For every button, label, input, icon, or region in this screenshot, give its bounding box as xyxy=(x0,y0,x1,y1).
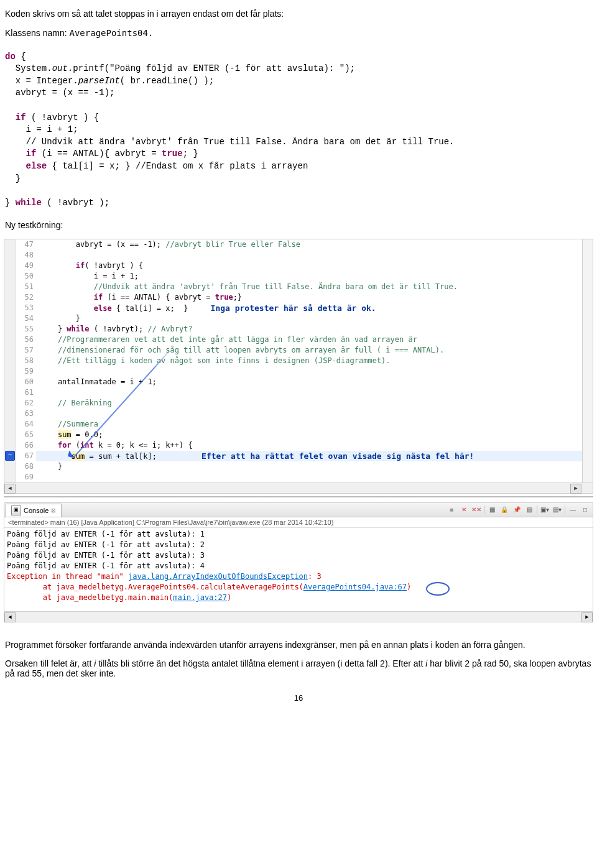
exception-prefix: Exception in thread "main" xyxy=(7,572,128,581)
line-number: 60 xyxy=(16,377,34,387)
display-console-icon[interactable]: ▤ xyxy=(524,505,534,515)
trace-tail: ) xyxy=(227,593,231,602)
klass-name: AveragePoints04. xyxy=(70,28,154,38)
editor-vertical-scrollbar[interactable] xyxy=(582,239,593,482)
console-stacktrace: at java_medelbetyg.main.main(main.java:2… xyxy=(7,593,590,603)
exception-tail: : 3 xyxy=(308,572,322,581)
console-tab[interactable]: ▣ Console ⊠ xyxy=(6,504,62,517)
line-number: 47 xyxy=(16,239,34,250)
callout-error: Efter att ha rättat felet ovan visade si… xyxy=(201,451,474,461)
console-pane: ▣ Console ⊠ ■ ✕ ✕✕ ▦ 🔒 📌 ▤ ▣▾ ▤▾ — □ <te… xyxy=(4,502,593,622)
code-editor-pane: 47 48 49 50 51 52 53 54 55 56 57 58 59 6… xyxy=(4,239,593,494)
remove-launch-icon[interactable]: ✕ xyxy=(459,505,469,515)
exception-type-link[interactable]: java.lang.ArrayIndexOutOfBoundsException xyxy=(128,572,308,581)
tab-view-menu-icon[interactable]: ⊠ xyxy=(51,507,56,514)
line-number: 65 xyxy=(16,430,34,440)
current-line-arrow-icon xyxy=(5,451,15,461)
summary-paragraph-1: Programmet försöker fortfarande använda … xyxy=(0,640,597,650)
console-line: Poäng följd av ENTER (-1 för att avsluta… xyxy=(7,550,590,561)
line-number: 67 xyxy=(16,451,34,461)
console-status: <terminated> main (16) [Java Application… xyxy=(4,517,593,528)
console-exception: Exception in thread "main" java.lang.Arr… xyxy=(7,571,590,582)
line-number: 57 xyxy=(16,345,34,356)
pin-console-icon[interactable]: 📌 xyxy=(512,505,522,515)
ny-testkorning: Ny testkörning: xyxy=(0,220,597,230)
callout-ok: Inga protester här så detta är ok. xyxy=(211,303,376,313)
trace-tail: ) xyxy=(407,583,411,591)
terminate-icon[interactable]: ■ xyxy=(447,505,456,515)
console-stacktrace: at java_medelbetyg.AveragePoints04.calcu… xyxy=(7,582,590,593)
scroll-right-icon[interactable]: ► xyxy=(581,612,593,622)
minimize-icon[interactable]: — xyxy=(568,505,578,515)
page-number: 16 xyxy=(0,693,597,703)
scroll-right-icon[interactable]: ► xyxy=(570,484,581,494)
line-number: 64 xyxy=(16,419,34,430)
line-number: 53 xyxy=(16,303,34,313)
line-number: 59 xyxy=(16,366,34,377)
line-number: 52 xyxy=(16,292,34,303)
code-area[interactable]: avbryt = (x == -1); //avbryt blir True e… xyxy=(36,239,582,482)
clear-console-icon[interactable]: ▦ xyxy=(487,505,497,515)
line-number: 55 xyxy=(16,324,34,335)
console-line: Poäng följd av ENTER (-1 för att avsluta… xyxy=(7,561,590,571)
line-number-column: 47 48 49 50 51 52 53 54 55 56 57 58 59 6… xyxy=(16,239,36,482)
scroll-lock-icon[interactable]: 🔒 xyxy=(499,505,509,515)
trace-text: at java_medelbetyg.AveragePoints04.calcu… xyxy=(7,583,303,591)
editor-horizontal-scrollbar[interactable]: ◄ ► xyxy=(4,482,593,493)
line-number: 54 xyxy=(16,313,34,324)
line-number: 58 xyxy=(16,356,34,366)
klass-label: Klassens namn: xyxy=(5,28,70,38)
line-number: 50 xyxy=(16,271,34,282)
line-number: 63 xyxy=(16,409,34,419)
console-tabbar: ▣ Console ⊠ ■ ✕ ✕✕ ▦ 🔒 📌 ▤ ▣▾ ▤▾ — □ xyxy=(4,503,593,517)
console-output[interactable]: Poäng följd av ENTER (-1 för att avsluta… xyxy=(4,528,593,611)
klass-line: Klassens namn: AveragePoints04. xyxy=(0,27,597,40)
p2-a: Orsaken till felet är, att xyxy=(5,658,94,668)
summary-paragraph-2: Orsaken till felet är, att i tillåts bli… xyxy=(0,658,597,678)
new-console-icon[interactable]: ▤▾ xyxy=(552,505,562,515)
remove-all-icon[interactable]: ✕✕ xyxy=(471,505,481,515)
line-number: 68 xyxy=(16,461,34,472)
line-number: 51 xyxy=(16,282,34,292)
scroll-left-icon[interactable]: ◄ xyxy=(4,612,16,622)
stacktrace-link[interactable]: AveragePoints04.java:67 xyxy=(303,583,407,591)
stacktrace-link[interactable]: main.java:27 xyxy=(173,593,227,602)
console-line: Poäng följd av ENTER (-1 för att avsluta… xyxy=(7,540,590,550)
line-number: 56 xyxy=(16,335,34,345)
line-number: 66 xyxy=(16,440,34,451)
editor-gutter xyxy=(4,239,16,482)
trace-text: at java_medelbetyg.main.main( xyxy=(7,593,173,602)
line-number: 62 xyxy=(16,398,34,409)
pane-sash[interactable] xyxy=(4,496,593,502)
code-snippet: do { System.out.printf("Poäng följd av E… xyxy=(0,48,597,212)
maximize-icon[interactable]: □ xyxy=(580,505,590,515)
snippet-string: "Poäng följd av ENTER (-1 för att avslut… xyxy=(109,63,345,73)
line-number: 61 xyxy=(16,387,34,398)
console-line: Poäng följd av ENTER (-1 för att avsluta… xyxy=(7,529,590,540)
open-console-icon[interactable]: ▣▾ xyxy=(540,505,550,515)
scroll-left-icon[interactable]: ◄ xyxy=(4,484,16,494)
intro-paragraph: Koden skrivs om så att talet stoppas in … xyxy=(0,9,597,19)
line-number: 48 xyxy=(16,250,34,261)
line-number: 49 xyxy=(16,261,34,271)
console-icon: ▣ xyxy=(11,506,21,515)
console-tab-label: Console xyxy=(24,507,49,514)
line-number: 69 xyxy=(16,472,34,482)
p2-c: tillåts bli större än det högsta antalet… xyxy=(96,658,425,668)
console-horizontal-scrollbar[interactable]: ◄ ► xyxy=(4,611,593,622)
console-toolbar: ■ ✕ ✕✕ ▦ 🔒 📌 ▤ ▣▾ ▤▾ — □ xyxy=(447,505,593,515)
